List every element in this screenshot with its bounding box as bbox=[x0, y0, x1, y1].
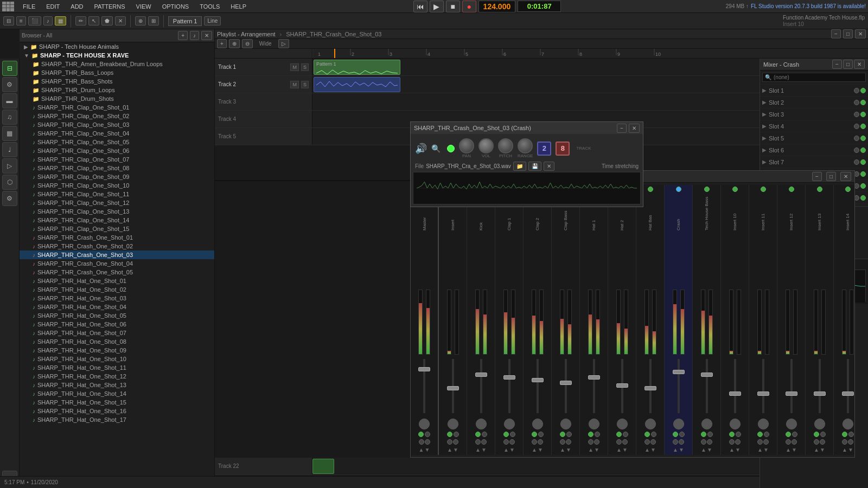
ch-12-arrow-dn[interactable]: ▼ bbox=[763, 447, 769, 453]
file-hat-17[interactable]: ♪ SHARP_THR_Hat_One_Shot_17 bbox=[20, 415, 214, 424]
slot-4-dot-2[interactable] bbox=[860, 124, 866, 129]
file-clap-01[interactable]: ♪ SHARP_THR_Clap_One_Shot_01 bbox=[20, 103, 214, 112]
ch-4-pan-knob[interactable] bbox=[532, 419, 543, 429]
menu-options[interactable]: OPTIONS bbox=[160, 2, 192, 11]
right-mixer-search-input[interactable] bbox=[774, 74, 863, 80]
ch-5-send-2[interactable] bbox=[566, 439, 571, 445]
tempo-icon-btn[interactable]: ♩ bbox=[2, 142, 17, 157]
ch-11-arrow-dn[interactable]: ▼ bbox=[735, 447, 741, 453]
pan-knob[interactable] bbox=[459, 138, 474, 153]
ch-1-fader-knob[interactable] bbox=[447, 386, 459, 390]
file-hat-06[interactable]: ♪ SHARP_THR_Hat_One_Shot_06 bbox=[20, 320, 214, 329]
ch-7-arrow-up[interactable]: ▲ bbox=[616, 447, 622, 453]
bpm-display[interactable]: 124.000 bbox=[478, 1, 516, 12]
ch-9-pan-knob[interactable] bbox=[673, 419, 684, 429]
ch-13-arrow-up[interactable]: ▲ bbox=[786, 447, 791, 453]
vol-knob[interactable] bbox=[478, 138, 494, 153]
file-clap-05[interactable]: ♪ SHARP_THR_Clap_One_Shot_05 bbox=[20, 138, 214, 146]
ch-12-send-1[interactable] bbox=[757, 439, 763, 445]
slot-2-label[interactable]: Slot 2 bbox=[769, 99, 854, 106]
channel-strip-9[interactable]: Crash bbox=[665, 185, 693, 455]
ch-6-send-1[interactable] bbox=[588, 439, 593, 445]
quantize-btn[interactable]: ⊞ bbox=[148, 16, 159, 25]
slot-row-7[interactable]: ▶ Slot 7 bbox=[760, 156, 868, 168]
ch-12-grey-led[interactable] bbox=[764, 432, 769, 437]
slot-row-6[interactable]: ▶ Slot 6 bbox=[760, 144, 868, 156]
ch-7-send-2[interactable] bbox=[622, 439, 628, 445]
menu-view[interactable]: VIEW bbox=[134, 2, 154, 11]
right-mixer-maximize[interactable]: □ bbox=[843, 60, 853, 69]
ch-1-grey-led[interactable] bbox=[454, 432, 459, 437]
ch-4-send-1[interactable] bbox=[532, 439, 537, 445]
ch-2-grey-led[interactable] bbox=[482, 432, 487, 437]
file-hat-13[interactable]: ♪ SHARP_THR_Hat_One_Shot_13 bbox=[20, 381, 214, 389]
ch-4-arrow-up[interactable]: ▲ bbox=[532, 447, 537, 453]
channel-strip-6[interactable]: Hat 1 bbox=[580, 185, 608, 455]
ch-5-pan-knob[interactable] bbox=[560, 419, 571, 429]
ch-13-pan-knob[interactable] bbox=[786, 419, 797, 429]
track-2-mute[interactable]: M bbox=[290, 81, 299, 88]
line-mode-btn[interactable]: Line bbox=[204, 16, 221, 25]
ch-13-send-1[interactable] bbox=[786, 439, 791, 445]
channel-strip-10[interactable]: Tech House Bass bbox=[693, 185, 721, 455]
ch-11-green-led[interactable] bbox=[729, 432, 735, 437]
mixer-icon-btn[interactable]: ▬ bbox=[2, 93, 17, 108]
file-clap-03[interactable]: ♪ SHARP_THR_Clap_One_Shot_03 bbox=[20, 120, 214, 129]
ch-0-send-1[interactable] bbox=[419, 439, 424, 445]
ch-13-send-green[interactable] bbox=[789, 187, 794, 192]
ch-5-grey-led[interactable] bbox=[566, 432, 572, 437]
ch-10-green-led[interactable] bbox=[701, 432, 706, 437]
pattern-selector[interactable]: Pattern 1 bbox=[168, 16, 202, 26]
slot-2-dot-1[interactable] bbox=[854, 100, 859, 105]
channel-strip-4[interactable]: Clap 2 bbox=[524, 185, 552, 455]
piano-roll-btn[interactable]: ♪ bbox=[43, 16, 53, 25]
ch-4-grey-led[interactable] bbox=[538, 432, 544, 437]
ch-12-fader-knob[interactable] bbox=[757, 391, 769, 396]
slot-row-4[interactable]: ▶ Slot 4 bbox=[760, 120, 868, 132]
file-hat-11[interactable]: ♪ SHARP_THR_Hat_One_Shot_11 bbox=[20, 363, 214, 372]
channel-strip-12[interactable]: Insert 11 bbox=[749, 185, 777, 455]
file-hat-12[interactable]: ♪ SHARP_THR_Hat_One_Shot_12 bbox=[20, 372, 214, 381]
slot-6-label[interactable]: Slot 6 bbox=[769, 147, 854, 153]
ch-6-arrow-up[interactable]: ▲ bbox=[588, 447, 593, 453]
file-clap-06[interactable]: ♪ SHARP_THR_Clap_One_Shot_06 bbox=[20, 146, 214, 155]
ch-15-fader-knob[interactable] bbox=[842, 391, 854, 396]
folder-tech-house-rave[interactable]: ▼ 📁 SHARP - TECH HOUSE X RAVE bbox=[20, 51, 214, 60]
file-clap-02[interactable]: ♪ SHARP_THR_Clap_One_Shot_02 bbox=[20, 112, 214, 120]
file-hat-04[interactable]: ♪ SHARP_THR_Hat_One_Shot_04 bbox=[20, 303, 214, 311]
paint-tool[interactable]: ⬟ bbox=[101, 16, 113, 25]
ch-9-grey-led[interactable] bbox=[679, 432, 685, 437]
file-clap-04[interactable]: ♪ SHARP_THR_Clap_One_Shot_04 bbox=[20, 129, 214, 138]
mixer-close[interactable]: ✕ bbox=[840, 172, 851, 181]
ch-1-pan-knob[interactable] bbox=[448, 419, 458, 429]
ch-12-green-led[interactable] bbox=[757, 432, 763, 437]
ch-14-pan-knob[interactable] bbox=[814, 419, 825, 429]
file-clap-09[interactable]: ♪ SHARP_THR_Clap_One_Shot_09 bbox=[20, 172, 214, 181]
sample-on-led[interactable] bbox=[447, 145, 455, 152]
file-hat-07[interactable]: ♪ SHARP_THR_Hat_One_Shot_07 bbox=[20, 329, 214, 337]
file-hat-05[interactable]: ♪ SHARP_THR_Hat_One_Shot_05 bbox=[20, 311, 214, 320]
ch-8-send-green[interactable] bbox=[648, 187, 653, 192]
sample-file-folder[interactable]: 📁 bbox=[513, 162, 526, 171]
channel-btn-8[interactable]: 8 bbox=[556, 142, 570, 156]
ch-12-send-2[interactable] bbox=[763, 439, 769, 445]
ch-15-pan-knob[interactable] bbox=[843, 419, 853, 429]
ch-14-green-led[interactable] bbox=[814, 432, 819, 437]
ch-3-fader-knob[interactable] bbox=[503, 375, 515, 380]
piano-icon-btn[interactable]: ♫ bbox=[2, 110, 17, 125]
channel-strip-14[interactable]: Insert 13 bbox=[806, 185, 834, 455]
settings-icon-btn[interactable]: ⚙ bbox=[2, 191, 17, 206]
ch-14-grey-led[interactable] bbox=[820, 432, 826, 437]
ch-0-arrow-up[interactable]: ▲ bbox=[419, 447, 424, 453]
file-crash-02[interactable]: ♪ SHARP_THR_Crash_One_Shot_02 bbox=[20, 242, 214, 251]
slot-3-label[interactable]: Slot 3 bbox=[769, 111, 854, 118]
file-clap-15[interactable]: ♪ SHARP_THR_Clap_One_Shot_15 bbox=[20, 224, 214, 233]
ch-14-send-green[interactable] bbox=[817, 187, 822, 192]
sidebar-close-btn[interactable]: ✕ bbox=[201, 31, 212, 40]
slot-row-5[interactable]: ▶ Slot 5 bbox=[760, 132, 868, 144]
ch-2-arrow-dn[interactable]: ▼ bbox=[481, 447, 487, 453]
ch-14-send-1[interactable] bbox=[814, 439, 819, 445]
ch-6-grey-led[interactable] bbox=[595, 432, 600, 437]
file-clap-11[interactable]: ♪ SHARP_THR_Clap_One_Shot_11 bbox=[20, 190, 214, 198]
slot-1-label[interactable]: Slot 1 bbox=[769, 87, 854, 94]
